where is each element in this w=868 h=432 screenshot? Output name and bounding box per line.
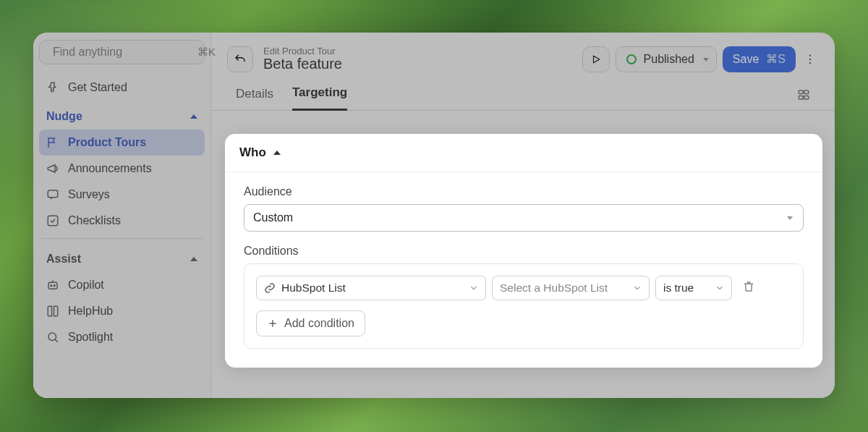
sidebar-item-spotlight[interactable]: Spotlight bbox=[39, 324, 205, 350]
caret-up-icon bbox=[190, 114, 197, 119]
book-icon bbox=[46, 305, 59, 318]
svg-point-11 bbox=[809, 58, 811, 59]
sidebar-item-checklists[interactable]: Checklists bbox=[39, 208, 205, 234]
sidebar-item-helphub[interactable]: HelpHub bbox=[39, 298, 205, 324]
page-title-block: Edit Product Tour Beta feature bbox=[263, 46, 572, 72]
sidebar-item-label: HelpHub bbox=[68, 305, 113, 318]
svg-rect-3 bbox=[48, 216, 58, 226]
svg-rect-16 bbox=[804, 96, 809, 100]
svg-marker-9 bbox=[593, 56, 599, 62]
check-square-icon bbox=[46, 214, 59, 227]
pin-icon bbox=[46, 81, 59, 94]
svg-rect-13 bbox=[799, 90, 803, 94]
page-title: Beta feature bbox=[263, 56, 572, 72]
status-label: Published bbox=[644, 53, 694, 66]
sidebar-item-announcements[interactable]: Announcements bbox=[39, 156, 205, 182]
svg-point-6 bbox=[54, 285, 55, 287]
save-button[interactable]: Save ⌘S bbox=[723, 46, 796, 72]
sidebar-divider bbox=[41, 238, 203, 239]
conditions-box: HubSpot List Select a HubSpot List is tr… bbox=[244, 263, 804, 349]
sidebar-item-label: Product Tours bbox=[68, 136, 146, 149]
add-condition-button[interactable]: Add condition bbox=[256, 310, 365, 336]
sidebar-item-label: Announcements bbox=[68, 162, 152, 175]
sidebar: ⌘K Get Started Nudge Product Tours Annou… bbox=[33, 33, 211, 398]
status-led-icon bbox=[626, 54, 637, 64]
audience-value: Custom bbox=[253, 211, 293, 224]
condition-value-placeholder: Select a HubSpot List bbox=[500, 281, 608, 295]
tab-targeting[interactable]: Targeting bbox=[292, 85, 347, 111]
svg-point-7 bbox=[48, 333, 56, 341]
robot-icon bbox=[46, 279, 59, 292]
sidebar-section-assist-label: Assist bbox=[46, 253, 81, 266]
sidebar-get-started-label: Get Started bbox=[68, 81, 127, 94]
caret-up-icon bbox=[190, 257, 197, 261]
sidebar-item-copilot[interactable]: Copilot bbox=[39, 272, 205, 298]
chevron-down-icon bbox=[632, 283, 642, 293]
svg-point-12 bbox=[809, 62, 811, 64]
svg-rect-15 bbox=[799, 96, 803, 100]
conditions-label: Conditions bbox=[244, 245, 804, 258]
condition-operator-value: is true bbox=[663, 281, 694, 295]
add-condition-label: Add condition bbox=[284, 317, 354, 330]
flag-icon bbox=[46, 136, 59, 149]
who-header[interactable]: Who bbox=[225, 134, 822, 172]
chevron-down-icon bbox=[469, 283, 479, 293]
svg-point-10 bbox=[809, 54, 811, 56]
save-button-label: Save bbox=[733, 53, 759, 66]
condition-operator-select[interactable]: is true bbox=[655, 276, 732, 300]
search-icon bbox=[46, 331, 59, 344]
svg-rect-4 bbox=[48, 282, 57, 289]
sidebar-section-assist[interactable]: Assist bbox=[39, 246, 205, 272]
search-input[interactable] bbox=[53, 46, 197, 59]
play-icon bbox=[591, 54, 601, 64]
sidebar-item-product-tours[interactable]: Product Tours bbox=[39, 130, 205, 156]
sidebar-get-started[interactable]: Get Started bbox=[39, 75, 205, 101]
global-search[interactable]: ⌘K bbox=[39, 40, 205, 64]
save-shortcut: ⌘S bbox=[766, 52, 786, 66]
plus-icon bbox=[267, 318, 278, 329]
svg-point-5 bbox=[51, 285, 52, 287]
condition-attribute-select[interactable]: HubSpot List bbox=[256, 276, 486, 300]
who-panel: Who Audience Custom Conditions HubSpot L… bbox=[225, 134, 822, 368]
sidebar-item-label: Spotlight bbox=[68, 331, 113, 344]
sidebar-item-label: Checklists bbox=[68, 214, 121, 227]
megaphone-icon bbox=[46, 162, 59, 175]
preview-button[interactable] bbox=[582, 46, 610, 72]
tab-details[interactable]: Details bbox=[236, 87, 273, 110]
condition-attribute-value: HubSpot List bbox=[281, 281, 346, 295]
back-button[interactable] bbox=[227, 46, 253, 72]
breadcrumb: Edit Product Tour bbox=[263, 46, 572, 56]
link-icon bbox=[264, 282, 276, 294]
who-title: Who bbox=[239, 145, 266, 160]
svg-rect-2 bbox=[48, 190, 58, 198]
sidebar-item-surveys[interactable]: Surveys bbox=[39, 182, 205, 208]
layout-toggle[interactable] bbox=[797, 88, 810, 110]
trash-icon bbox=[742, 280, 755, 293]
caret-up-icon bbox=[273, 151, 281, 155]
more-button[interactable] bbox=[801, 53, 819, 66]
condition-row: HubSpot List Select a HubSpot List is tr… bbox=[256, 276, 791, 300]
sidebar-section-nudge[interactable]: Nudge bbox=[39, 103, 205, 130]
svg-rect-14 bbox=[804, 90, 809, 94]
more-vertical-icon bbox=[804, 53, 817, 66]
undo-icon bbox=[234, 53, 247, 66]
chat-icon bbox=[46, 188, 59, 201]
sidebar-section-nudge-label: Nudge bbox=[46, 110, 82, 123]
condition-value-select[interactable]: Select a HubSpot List bbox=[492, 276, 650, 300]
audience-select[interactable]: Custom bbox=[244, 204, 804, 232]
chevron-down-icon bbox=[715, 283, 725, 293]
status-select[interactable]: Published bbox=[616, 46, 717, 72]
sidebar-item-label: Copilot bbox=[68, 279, 104, 292]
sidebar-item-label: Surveys bbox=[68, 188, 110, 201]
layout-icon bbox=[797, 88, 810, 101]
audience-label: Audience bbox=[244, 185, 804, 198]
svg-line-8 bbox=[55, 339, 57, 342]
delete-condition-button[interactable] bbox=[742, 280, 755, 296]
